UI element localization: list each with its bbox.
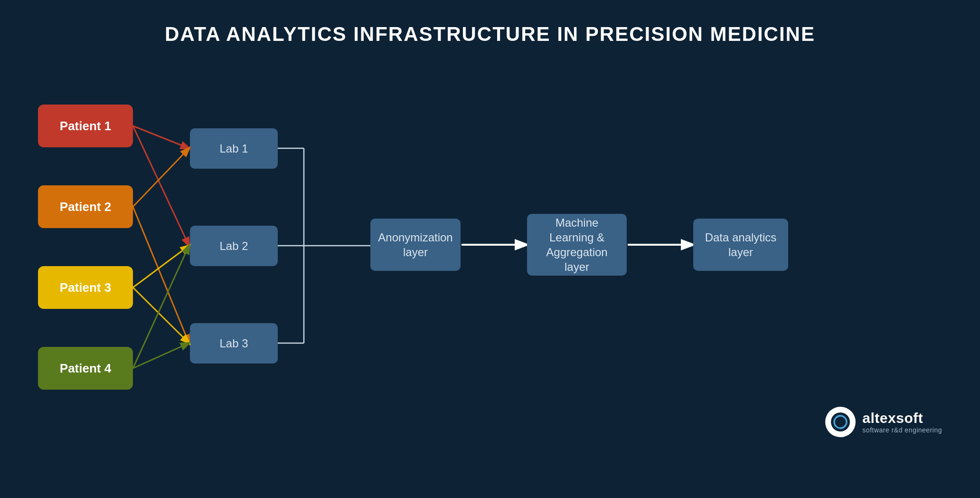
logo-subtitle: software r&d engineering — [862, 426, 942, 434]
svg-line-3 — [133, 207, 189, 343]
lab-box-1: Lab 1 — [190, 128, 278, 169]
lab-box-2: Lab 2 — [190, 226, 278, 266]
svg-line-4 — [133, 246, 189, 287]
patient-box-1: Patient 1 — [38, 105, 133, 147]
svg-line-0 — [133, 126, 189, 148]
svg-line-5 — [133, 287, 189, 343]
logo-name: altexsoft — [862, 410, 942, 426]
lab-box-3: Lab 3 — [190, 323, 278, 364]
logo-icon — [825, 407, 856, 437]
ml-aggregation-layer-box: Machine Learning & Aggregation layer — [527, 214, 627, 276]
svg-line-2 — [133, 148, 189, 207]
anonymization-layer-box: Anonymization layer — [370, 219, 461, 271]
logo-text: altexsoft software r&d engineering — [862, 410, 942, 434]
patient-box-2: Patient 2 — [38, 185, 133, 228]
svg-line-7 — [133, 343, 189, 368]
page-title: DATA ANALYTICS INFRASTRUCTURE IN PRECISI… — [0, 0, 980, 46]
altexsoft-logo: altexsoft software r&d engineering — [825, 407, 942, 437]
svg-line-1 — [133, 126, 189, 246]
logo-svg — [830, 412, 850, 432]
svg-line-6 — [133, 246, 189, 368]
data-analytics-layer-box: Data analytics layer — [693, 219, 788, 271]
patient-box-3: Patient 3 — [38, 266, 133, 309]
diagram-area: Patient 1 Patient 2 Patient 3 Patient 4 … — [0, 67, 980, 475]
patient-box-4: Patient 4 — [38, 347, 133, 390]
